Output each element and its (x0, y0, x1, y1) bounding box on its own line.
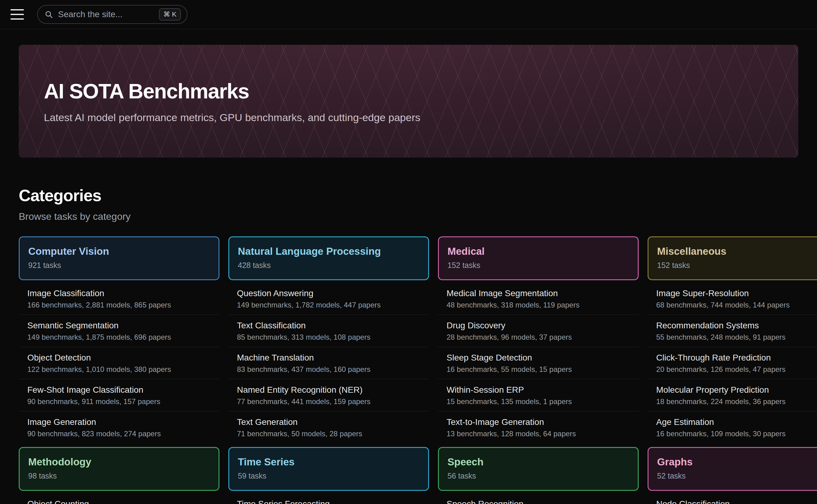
task-name: Image Super-Resolution (656, 288, 817, 299)
task-item-node-classification[interactable]: Node Classification (648, 493, 817, 504)
task-list: Speech Recognition (438, 493, 639, 504)
task-item-text-classification[interactable]: Text Classification85 benchmarks, 313 mo… (228, 315, 429, 347)
category-cell: Natural Language Processing 428 tasks Qu… (228, 236, 429, 443)
task-list: Image Super-Resolution68 benchmarks, 744… (648, 283, 817, 443)
task-stats: 77 benchmarks, 441 models, 159 papers (237, 396, 420, 407)
category-title: Natural Language Processing (238, 245, 420, 258)
task-name: Recommendation Systems (656, 320, 817, 331)
category-card-medical[interactable]: Medical 152 tasks (438, 236, 639, 280)
category-task-count: 152 tasks (657, 261, 817, 270)
task-name: Semantic Segmentation (27, 320, 211, 331)
task-item-text-generation[interactable]: Text Generation71 benchmarks, 50 models,… (228, 411, 429, 443)
task-stats: 55 benchmarks, 248 models, 91 papers (656, 332, 817, 342)
task-item-machine-translation[interactable]: Machine Translation83 benchmarks, 437 mo… (228, 347, 429, 379)
site-search[interactable]: ⌘ K (37, 5, 187, 24)
task-name: Within-Session ERP (447, 384, 630, 395)
task-stats: 20 benchmarks, 126 models, 47 papers (656, 364, 817, 374)
task-stats: 166 benchmarks, 2,881 models, 865 papers (27, 300, 211, 310)
category-title: Computer Vision (28, 245, 210, 258)
category-card-speech[interactable]: Speech 56 tasks (438, 447, 639, 491)
category-task-count: 98 tasks (28, 472, 210, 480)
categories-heading: Categories (19, 186, 798, 205)
task-stats: 15 benchmarks, 135 models, 1 papers (447, 396, 630, 407)
task-stats: 48 benchmarks, 318 models, 119 papers (447, 300, 630, 310)
menu-button[interactable] (10, 9, 25, 20)
category-task-count: 56 tasks (447, 472, 629, 480)
task-item-question-answering[interactable]: Question Answering149 benchmarks, 1,782 … (228, 283, 429, 315)
task-item-speech-recognition[interactable]: Speech Recognition (438, 493, 639, 504)
task-name: Text Generation (237, 417, 420, 428)
hamburger-icon (10, 9, 24, 10)
category-task-count: 428 tasks (238, 261, 420, 270)
topbar: ⌘ K (0, 0, 817, 29)
task-item-sleep-stage-detection[interactable]: Sleep Stage Detection16 benchmarks, 55 m… (438, 347, 639, 379)
task-stats: 122 benchmarks, 1,010 models, 380 papers (27, 364, 211, 374)
category-cell: Speech 56 tasks Speech Recognition (438, 447, 639, 504)
category-cell: Graphs 52 tasks Node Classification (648, 447, 817, 504)
task-stats: 16 benchmarks, 109 models, 30 papers (656, 429, 817, 439)
task-name: Object Detection (27, 352, 211, 363)
task-item-medical-image-segmentation[interactable]: Medical Image Segmentation48 benchmarks,… (438, 283, 639, 315)
task-item-image-super-resolution[interactable]: Image Super-Resolution68 benchmarks, 744… (648, 283, 817, 315)
category-cell: Time Series 59 tasks Time Series Forecas… (228, 447, 429, 504)
task-name: Sleep Stage Detection (447, 352, 630, 363)
category-card-graphs[interactable]: Graphs 52 tasks (648, 447, 817, 491)
task-item-semantic-segmentation[interactable]: Semantic Segmentation149 benchmarks, 1,8… (19, 315, 220, 347)
task-list: Medical Image Segmentation48 benchmarks,… (438, 283, 639, 443)
task-name: Image Classification (27, 288, 211, 299)
task-item-drug-discovery[interactable]: Drug Discovery28 benchmarks, 96 models, … (438, 315, 639, 347)
task-stats: 149 benchmarks, 1,782 models, 447 papers (237, 300, 420, 310)
task-list: Time Series Forecasting (228, 493, 429, 504)
category-title: Methodology (28, 456, 210, 468)
category-cell: Methodology 98 tasks Object Counting (19, 447, 220, 504)
category-title: Miscellaneous (657, 245, 817, 258)
task-list: Object Counting (19, 493, 220, 504)
task-item-image-classification[interactable]: Image Classification166 benchmarks, 2,88… (19, 283, 220, 315)
task-list: Question Answering149 benchmarks, 1,782 … (228, 283, 429, 443)
hamburger-icon (10, 18, 24, 20)
category-cell: Miscellaneous 152 tasks Image Super-Reso… (648, 236, 817, 443)
page-subtitle: Latest AI model performance metrics, GPU… (44, 112, 798, 124)
task-item-few-shot-image-classification[interactable]: Few-Shot Image Classification90 benchmar… (19, 379, 220, 411)
task-name: Molecular Property Prediction (656, 384, 817, 395)
task-item-recommendation-systems[interactable]: Recommendation Systems55 benchmarks, 248… (648, 315, 817, 347)
task-name: Question Answering (237, 288, 420, 299)
task-stats: 13 benchmarks, 128 models, 64 papers (447, 429, 630, 439)
category-task-count: 52 tasks (657, 472, 817, 480)
task-name: Named Entity Recognition (NER) (237, 384, 420, 395)
category-title: Time Series (238, 456, 420, 468)
task-stats: 28 benchmarks, 96 models, 37 papers (447, 332, 630, 342)
task-stats: 149 benchmarks, 1,875 models, 696 papers (27, 332, 211, 342)
task-name: Node Classification (656, 498, 817, 504)
task-name: Image Generation (27, 417, 211, 428)
task-name: Speech Recognition (447, 498, 630, 504)
category-task-count: 59 tasks (238, 472, 420, 480)
task-name: Age Estimation (656, 417, 817, 428)
task-item-click-through-rate-prediction[interactable]: Click-Through Rate Prediction20 benchmar… (648, 347, 817, 379)
task-item-object-detection[interactable]: Object Detection122 benchmarks, 1,010 mo… (19, 347, 220, 379)
category-card-time-series[interactable]: Time Series 59 tasks (228, 447, 429, 491)
task-item-named-entity-recognition-ner[interactable]: Named Entity Recognition (NER)77 benchma… (228, 379, 429, 411)
task-list: Image Classification166 benchmarks, 2,88… (19, 283, 220, 443)
task-item-time-series-forecasting[interactable]: Time Series Forecasting (228, 493, 429, 504)
category-card-natural-language-processing[interactable]: Natural Language Processing 428 tasks (228, 236, 429, 280)
task-name: Click-Through Rate Prediction (656, 352, 817, 363)
task-item-object-counting[interactable]: Object Counting (19, 493, 220, 504)
category-card-methodology[interactable]: Methodology 98 tasks (19, 447, 220, 491)
task-item-age-estimation[interactable]: Age Estimation16 benchmarks, 109 models,… (648, 411, 817, 443)
task-stats: 71 benchmarks, 50 models, 28 papers (237, 429, 420, 439)
task-item-image-generation[interactable]: Image Generation90 benchmarks, 823 model… (19, 411, 220, 443)
task-item-molecular-property-prediction[interactable]: Molecular Property Prediction18 benchmar… (648, 379, 817, 411)
category-card-computer-vision[interactable]: Computer Vision 921 tasks (19, 236, 220, 280)
task-item-within-session-erp[interactable]: Within-Session ERP15 benchmarks, 135 mod… (438, 379, 639, 411)
category-card-miscellaneous[interactable]: Miscellaneous 152 tasks (648, 236, 817, 280)
keyboard-shortcut-badge: ⌘ K (159, 8, 181, 21)
task-stats: 16 benchmarks, 55 models, 15 papers (447, 364, 630, 374)
hamburger-icon (10, 14, 24, 15)
search-input[interactable] (57, 9, 159, 20)
task-item-text-to-image-generation[interactable]: Text-to-Image Generation13 benchmarks, 1… (438, 411, 639, 443)
category-task-count: 921 tasks (28, 261, 210, 270)
task-name: Text-to-Image Generation (447, 417, 630, 428)
task-name: Text Classification (237, 320, 420, 331)
task-stats: 83 benchmarks, 437 models, 160 papers (237, 364, 420, 374)
